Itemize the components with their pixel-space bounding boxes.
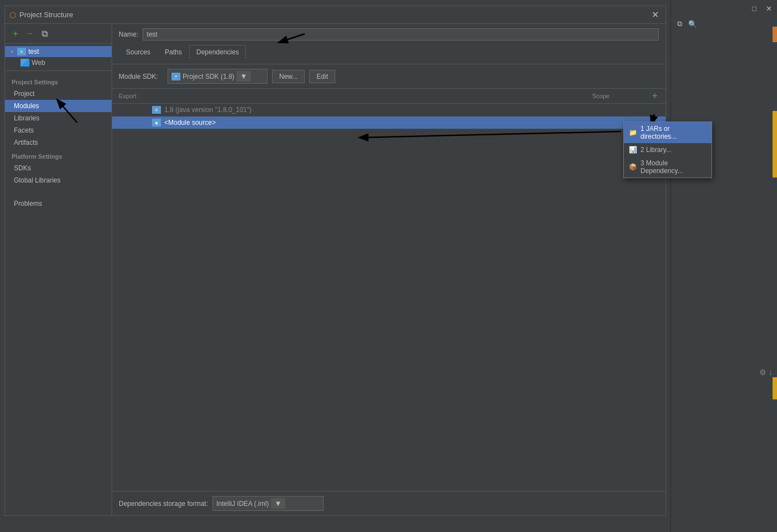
library-icon: 📊 [628, 146, 637, 154]
add-dependency-dropdown: 📁 1 JARs or directories... 📊 2 Library..… [623, 121, 712, 178]
sdk-label: Module SDK: [119, 73, 163, 80]
sdk-dropdown-button[interactable]: ▼ [236, 71, 250, 82]
dropdown-item-jars-label: 1 JARs or directories... [640, 125, 707, 140]
dep-label-module: <Module source> [164, 119, 216, 126]
deps-table-header: Export Scope + [112, 89, 665, 104]
export-header: Export [119, 93, 152, 99]
sidebar-item-artifacts-label: Artifacts [14, 139, 38, 146]
module-name-input[interactable] [143, 28, 659, 40]
dialog-title: Project Structure [19, 11, 649, 19]
dropdown-item-module-dep-label: 3 Module Dependency... [640, 159, 707, 175]
dropdown-item-jars[interactable]: 📁 1 JARs or directories... [624, 122, 712, 143]
tree-node-web[interactable]: Web [5, 57, 112, 68]
add-module-button[interactable]: + [9, 28, 22, 40]
search-icon[interactable]: 🔍 [687, 18, 699, 30]
sidebar-item-global-libraries[interactable]: Global Libraries [5, 174, 112, 186]
tab-paths[interactable]: Paths [158, 45, 189, 59]
sidebar-item-problems-label: Problems [14, 200, 42, 207]
dropdown-item-library[interactable]: 📊 2 Library... [624, 143, 712, 156]
sdk-value: Project SDK (1.8) [183, 73, 234, 80]
name-label: Name: [119, 31, 138, 38]
sdk-row: Module SDK: ≡ Project SDK (1.8) ▼ New...… [112, 64, 665, 89]
dep-row-module-source[interactable]: ◈ <Module source> [112, 116, 665, 129]
right-panel-top: □ ✕ [671, 0, 777, 17]
remove-module-button[interactable]: − [24, 28, 36, 40]
content-header: Name: Sources Paths Dependencies [112, 24, 665, 64]
sidebar-item-facets-label: Facets [14, 126, 34, 134]
footer-format-select[interactable]: IntelliJ IDEA (.iml) ▼ [213, 496, 324, 511]
sidebar-item-artifacts[interactable]: Artifacts [5, 136, 112, 149]
sidebar-item-modules-label: Modules [14, 102, 39, 110]
close-ide-btn[interactable]: ✕ [763, 2, 775, 14]
dep-label-jdk: 1.8 (java version "1.8.0_101") [164, 106, 251, 114]
sdk-select[interactable]: ≡ Project SDK (1.8) ▼ [168, 69, 268, 84]
orange-indicator [773, 27, 777, 42]
sidebar-item-project[interactable]: Project [5, 88, 112, 100]
footer-label: Dependencies storage format: [119, 500, 208, 508]
sidebar: + − ⧉ ▼ ≡ test Web [5, 24, 112, 515]
sidebar-item-facets[interactable]: Facets [5, 124, 112, 136]
dep-name-jdk: ≡ 1.8 (java version "1.8.0_101") [152, 106, 592, 114]
tree-node-web-label: Web [32, 59, 45, 67]
download-icon[interactable]: ↓ [769, 368, 773, 377]
dropdown-item-library-label: 2 Library... [640, 146, 672, 154]
footer-format-value: IntelliJ IDEA (.iml) [216, 500, 269, 508]
footer-format-dropdown[interactable]: ▼ [271, 498, 285, 509]
gear-icon[interactable]: ⚙ [759, 368, 766, 377]
yellow-scrollbar2 [773, 377, 777, 399]
right-panel: □ ✕ ⧉ 🔍 ⚙ ↓ [670, 0, 777, 532]
module-dep-icon: 📦 [628, 163, 637, 171]
dep-icon-jdk: ≡ [152, 106, 161, 114]
tree-arrow: ▼ [9, 49, 15, 55]
dialog-title-icon: ⬡ [9, 11, 16, 19]
scope-header-label: Scope [592, 93, 609, 99]
sidebar-toolbar: + − ⧉ [5, 24, 112, 44]
jars-icon: 📁 [628, 129, 637, 136]
sidebar-item-sdks-label: SDKs [14, 164, 31, 172]
sidebar-item-global-libraries-label: Global Libraries [14, 176, 60, 184]
sidebar-item-project-label: Project [14, 90, 34, 98]
dialog-body: + − ⧉ ▼ ≡ test Web [5, 24, 665, 515]
content-footer: Dependencies storage format: IntelliJ ID… [112, 491, 665, 515]
tabs-row: Sources Paths Dependencies [119, 45, 659, 59]
dropdown-item-module-dep[interactable]: 📦 3 Module Dependency... [624, 156, 712, 178]
main-content: Name: Sources Paths Dependencies Module … [112, 24, 665, 515]
sdk-edit-button[interactable]: Edit [309, 70, 335, 83]
gear-area: ⚙ ↓ [759, 368, 773, 377]
tree-node-label: test [28, 48, 39, 55]
content-body: Module SDK: ≡ Project SDK (1.8) ▼ New...… [112, 64, 665, 491]
sidebar-nav: Project Settings Project Modules Librari… [5, 71, 112, 515]
scope-header: Scope + [592, 91, 659, 101]
sidebar-item-modules[interactable]: Modules [5, 100, 112, 112]
dialog-close-button[interactable]: ✕ [649, 9, 661, 21]
dialog-titlebar: ⬡ Project Structure ✕ [5, 6, 665, 24]
sidebar-item-libraries-label: Libraries [14, 114, 39, 122]
project-structure-dialog: ⬡ Project Structure ✕ + − ⧉ ▼ ≡ test [4, 6, 666, 516]
sdk-new-button[interactable]: New... [272, 70, 305, 83]
platform-settings-label: Platform Settings [5, 149, 112, 162]
tree-node-test[interactable]: ▼ ≡ test [5, 46, 112, 57]
sidebar-item-libraries[interactable]: Libraries [5, 112, 112, 124]
dep-icon-module: ◈ [152, 119, 161, 126]
copy-module-button[interactable]: ⧉ [38, 28, 51, 40]
tab-dependencies[interactable]: Dependencies [189, 45, 246, 59]
sidebar-item-problems[interactable]: Problems [5, 197, 112, 210]
tab-sources[interactable]: Sources [119, 45, 158, 59]
web-icon [21, 59, 29, 67]
sdk-icon: ≡ [171, 73, 180, 80]
name-row: Name: [119, 28, 659, 40]
layout-icon[interactable]: ⧉ [673, 18, 685, 30]
right-panel-icons: ⧉ 🔍 [671, 17, 777, 31]
sidebar-item-sdks[interactable]: SDKs [5, 162, 112, 174]
module-icon: ≡ [17, 48, 26, 55]
yellow-scrollbar [773, 111, 777, 178]
dep-row-jdk[interactable]: ≡ 1.8 (java version "1.8.0_101") [112, 104, 665, 116]
dep-name-module: ◈ <Module source> [152, 119, 592, 126]
project-settings-label: Project Settings [5, 74, 112, 88]
add-dependency-button[interactable]: + [650, 91, 659, 101]
restore-btn[interactable]: □ [748, 2, 760, 14]
deps-table: ≡ 1.8 (java version "1.8.0_101") ◈ <Modu… [112, 104, 665, 491]
module-tree: ▼ ≡ test Web [5, 44, 112, 71]
